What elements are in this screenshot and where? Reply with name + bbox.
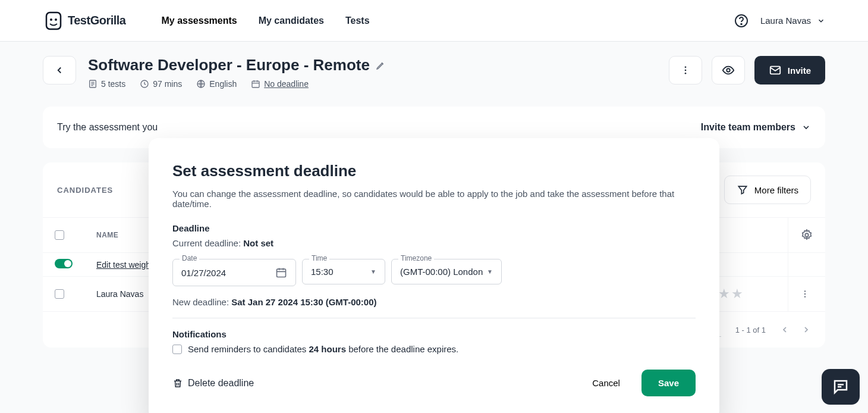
svg-point-2 [55,18,57,21]
time-label: Time [309,254,329,262]
delete-deadline-button[interactable]: Delete deadline [172,378,254,389]
notification-checkbox-row[interactable]: Send reminders to candidates 24 hours be… [172,344,696,354]
chat-icon [832,378,850,396]
save-button[interactable]: Save [641,370,696,396]
chevron-down-icon [801,123,811,132]
svg-rect-8 [252,81,259,87]
new-deadline: New deadline: Sat Jan 27 2024 15:30 (GMT… [172,297,696,318]
deadline-link[interactable]: No deadline [251,79,309,89]
chevron-down-icon: ▼ [370,268,376,275]
svg-point-11 [684,73,686,74]
brand-name: TestGorilla [68,14,126,27]
chevron-left-icon [780,325,790,334]
preview-button[interactable] [712,56,745,85]
nav-tests[interactable]: Tests [345,15,370,26]
filter-icon [737,184,749,196]
time-select[interactable]: 15:30 ▼ [302,259,385,284]
kebab-icon [800,289,810,299]
chevron-left-icon [54,65,65,76]
logo-mark-icon [43,10,64,32]
calendar-icon [275,267,287,279]
help-icon [734,14,749,28]
star-icon: ★ [718,286,730,302]
cancel-button[interactable]: Cancel [578,370,634,396]
pencil-icon [376,61,385,70]
prev-page-button[interactable] [780,325,790,334]
duration: 97 mins [140,79,182,89]
user-name: Laura Navas [760,15,811,26]
timezone-select[interactable]: (GMT-00:00) London ▼ [391,259,502,284]
svg-point-12 [727,68,730,72]
svg-point-10 [684,70,686,71]
pagination-range: 1 - 1 of 1 [735,326,766,334]
svg-point-16 [804,293,806,295]
svg-point-1 [50,18,52,21]
chat-widget-button[interactable] [822,369,860,405]
notifications-section-title: Notifications [172,329,696,339]
chevron-down-icon: ▼ [487,268,493,275]
actions-menu-button[interactable] [669,56,702,85]
tests-icon [88,79,98,89]
chevron-down-icon [817,17,825,25]
help-button[interactable] [734,14,749,28]
date-input[interactable]: 01/27/2024 [172,259,296,286]
trash-icon [172,378,183,389]
reminder-checkbox[interactable] [172,345,182,354]
table-settings-button[interactable] [800,229,813,242]
edit-title-button[interactable] [376,61,385,70]
nav-my-candidates[interactable]: My candidates [259,15,324,26]
top-header: TestGorilla My assessments My candidates… [0,0,868,42]
star-icon: ★ [731,286,743,302]
row-checkbox[interactable] [55,289,64,299]
brand-logo[interactable]: TestGorilla [43,10,126,32]
kebab-icon [680,65,691,76]
assessment-subheader: Software Developer - Europe - Remote 5 t… [0,42,868,107]
next-page-button[interactable] [801,325,811,334]
globe-icon [196,79,206,89]
invite-button[interactable]: Invite [754,56,825,85]
svg-point-9 [684,66,686,68]
chevron-right-icon [801,325,811,334]
deadline-section-title: Deadline [172,223,696,233]
back-button[interactable] [43,56,76,85]
clock-icon [140,79,149,89]
candidates-heading: CANDIDATES [57,186,113,195]
language: English [196,79,237,89]
invite-team-button[interactable]: Invite team members [701,122,811,133]
date-label: Date [180,254,199,262]
svg-point-17 [804,296,806,297]
user-menu[interactable]: Laura Navas [760,15,825,26]
gear-icon [800,229,813,242]
tests-count: 5 tests [88,79,125,89]
timezone-label: Timezone [398,254,434,262]
svg-rect-0 [46,12,61,29]
svg-point-14 [805,233,809,237]
edit-weights-link[interactable]: Edit test weights [96,260,157,270]
envelope-icon [769,64,782,77]
deadline-modal: Set assessment deadline You can change t… [149,138,719,413]
reminder-label: Send reminders to candidates 24 hours be… [188,344,458,354]
modal-title: Set assessment deadline [172,162,696,180]
svg-point-4 [741,23,742,24]
nav-my-assessments[interactable]: My assessments [162,15,237,26]
more-filters-button[interactable]: More filters [724,176,811,204]
svg-rect-18 [277,269,286,277]
select-all-checkbox[interactable] [55,230,64,240]
calendar-icon [251,79,260,89]
current-deadline: Current deadline: Not set [172,238,696,248]
modal-description: You can change the assessment deadline, … [172,189,696,209]
main-nav: My assessments My candidates Tests [162,15,370,26]
assessment-title: Software Developer - Europe - Remote [88,56,370,74]
weights-toggle[interactable] [55,259,73,268]
eye-icon [722,64,735,77]
try-text: Try the assessment you [57,122,158,133]
row-menu-button[interactable] [800,289,813,299]
svg-point-15 [804,290,806,292]
